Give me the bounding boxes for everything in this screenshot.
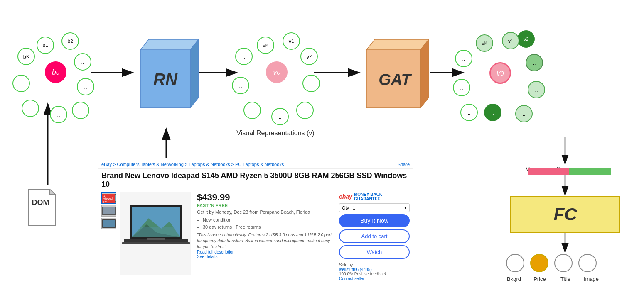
graph1-node-b-bottom: .. xyxy=(50,106,67,123)
graph3-node-botl: .. xyxy=(460,104,478,121)
ebay-logo: ebay xyxy=(339,193,352,200)
graph2-node-v1: v1 xyxy=(283,32,300,50)
graph1-node-br1: .. xyxy=(72,102,89,119)
ebay-panel: eBay > Computers/Tablets & Networking > … xyxy=(98,160,413,280)
svg-marker-13 xyxy=(190,39,199,108)
graph3-node-l2: .. xyxy=(453,79,470,96)
graph2-container: v0 vK v1 v2 .. .. .. .. .. .. xyxy=(232,25,319,133)
graph2-center-node: v0 xyxy=(266,61,288,83)
contact-seller-link[interactable]: Contact seller xyxy=(339,276,364,280)
graph1-node-b2: b2 xyxy=(61,32,79,50)
watch-button[interactable]: Watch xyxy=(339,245,410,259)
graph1-node-bl1: .. xyxy=(22,100,39,117)
svg-text:GAT: GAT xyxy=(379,71,412,88)
gat-box-container: GAT xyxy=(358,33,431,116)
graph2-node-vK: vK xyxy=(257,37,274,54)
feedback-text: 100.0% Positive feedback xyxy=(339,272,387,276)
graph2-node-right1: .. xyxy=(302,75,320,92)
thumbnail-column: 1 viewed per hour xyxy=(101,192,117,280)
dom-icon: DOM xyxy=(25,187,62,228)
breadcrumb-text: eBay > Computers/Tablets & Networking > … xyxy=(101,162,284,167)
condition-item: New condition xyxy=(203,217,333,224)
concat-bar xyxy=(528,168,611,175)
output-nodes-row xyxy=(506,254,597,272)
graph3-center-node: v0 xyxy=(489,62,511,84)
delivery-text: Get it by Monday, Dec 23 from Pompano Be… xyxy=(197,210,333,215)
graph1-node-right2: .. xyxy=(77,78,94,95)
product-title: Brand New Lenovo Ideapad S145 AMD Ryzen … xyxy=(98,169,413,190)
product-main-image xyxy=(120,192,191,275)
output-label-1: Price xyxy=(528,276,551,282)
price-column: $439.99 FAST 'N FREE Get it by Monday, D… xyxy=(194,192,336,280)
svg-rect-25 xyxy=(103,207,115,214)
output-label-3: Image xyxy=(580,276,602,282)
output-node-3 xyxy=(578,254,597,272)
output-label-2: Title xyxy=(554,276,577,282)
graph1-node-bK: bK xyxy=(17,48,35,65)
seller-info: Sold by isellstuff86 (4485) 100.0% Posit… xyxy=(339,263,410,280)
svg-rect-35 xyxy=(147,238,165,240)
graph3-node-vK: vK xyxy=(476,34,493,52)
add-to-cart-button[interactable]: Add to cart xyxy=(339,229,410,243)
graph3-node-botr: .. xyxy=(515,105,533,122)
graph2-node-bl: .. xyxy=(243,102,261,119)
qty-chevron: ▾ xyxy=(404,205,407,210)
output-node-0 xyxy=(506,254,524,272)
price-amount: $439.99 xyxy=(197,192,333,203)
thumb-2[interactable] xyxy=(101,205,116,217)
diagram-area: b0 b1 b2 bK .. .. .. .. .. .. RN v0 vK v… xyxy=(0,0,644,295)
graph3-node-v1: v1 xyxy=(502,32,519,49)
svg-rect-32 xyxy=(132,227,180,237)
seller-link[interactable]: isellstuff86 (4485) xyxy=(339,267,372,272)
graph3-node-v2: v2 xyxy=(517,30,535,48)
vis-rep-label: Visual Representations (v) xyxy=(232,129,319,137)
graph1-center-node: b0 xyxy=(45,61,66,83)
svg-text:RN: RN xyxy=(153,70,178,88)
dom-label: DOM xyxy=(25,198,56,207)
buy-now-button[interactable]: Buy It Now xyxy=(339,214,410,227)
svg-rect-27 xyxy=(103,220,115,227)
output-label-0: Bkgrd xyxy=(503,276,525,282)
qty-label: Qty : 1 xyxy=(342,205,355,210)
graph2-node-left1: .. xyxy=(235,48,253,65)
qty-row[interactable]: Qty : 1 ▾ xyxy=(339,203,410,212)
shipping-label: FAST 'N FREE xyxy=(197,203,333,208)
breadcrumb: eBay > Computers/Tablets & Networking > … xyxy=(98,160,413,169)
guarantee-text: MONEY BACK GUARANTEE xyxy=(354,192,410,201)
graph3-node-r2: .. xyxy=(528,81,545,98)
see-details-link[interactable]: See details xyxy=(197,254,333,259)
output-node-1 xyxy=(530,254,548,272)
svg-marker-17 xyxy=(420,39,429,108)
viewed-badge: 1 viewed per hour xyxy=(102,194,115,204)
graph3-container: v0 v2 v1 vK .. .. .. .. .. .. .. xyxy=(453,23,544,135)
graph1-node-left1: .. xyxy=(12,75,30,92)
thumb-1[interactable]: 1 viewed per hour xyxy=(101,192,116,204)
graph3-node-l1: .. xyxy=(455,50,472,67)
output-labels-row: Bkgrd Price Title Image xyxy=(503,276,602,282)
graph1-container: b0 b1 b2 bK .. .. .. .. .. .. xyxy=(12,25,96,124)
gat-3d-box: GAT xyxy=(358,33,431,116)
product-body: 1 viewed per hour xyxy=(98,190,413,280)
graph2-node-left2: .. xyxy=(232,77,249,94)
fc-box: FC xyxy=(510,196,620,233)
svg-marker-19 xyxy=(28,189,55,226)
rn-3d-box: RN xyxy=(132,33,199,116)
read-full-link[interactable]: Read full description xyxy=(197,250,333,254)
concat-c0 xyxy=(569,168,611,175)
product-description: "This is done automatically. Features 2 … xyxy=(197,232,333,250)
returns-item: 30 day returns · Free returns xyxy=(203,224,333,231)
rn-box-container: RN xyxy=(132,33,199,116)
svg-rect-34 xyxy=(122,242,190,244)
share-link[interactable]: Share xyxy=(398,162,410,167)
graph2-node-br: .. xyxy=(296,102,314,119)
fc-label: FC xyxy=(554,205,577,224)
thumb-3[interactable] xyxy=(101,218,116,229)
sold-by-label: Sold by xyxy=(339,263,353,267)
ebay-guarantee: ebay MONEY BACK GUARANTEE xyxy=(339,192,410,201)
conditions-list: New condition 30 day returns · Free retu… xyxy=(197,217,333,230)
svg-marker-20 xyxy=(50,189,55,194)
svg-marker-12 xyxy=(140,39,199,50)
graph1-node-b1: b1 xyxy=(37,37,54,54)
concat-v0 xyxy=(528,168,569,175)
output-node-2 xyxy=(554,254,573,272)
